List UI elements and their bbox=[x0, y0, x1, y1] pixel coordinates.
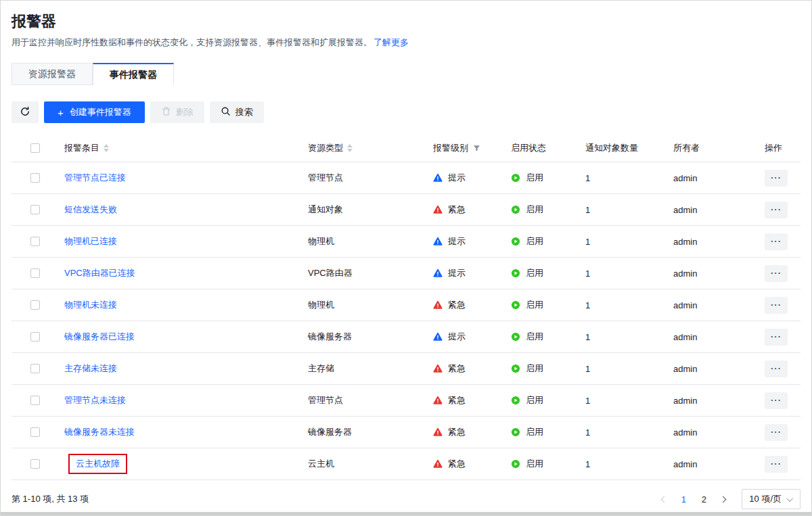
page-header: 报警器 用于监控并响应时序性数据和事件的状态变化，支持资源报警器、事件报警器和扩… bbox=[1, 1, 811, 85]
row-actions-button[interactable]: ··· bbox=[765, 170, 788, 187]
enable-status: 启用 bbox=[526, 362, 543, 375]
enable-status: 启用 bbox=[526, 299, 543, 311]
select-all-checkbox[interactable] bbox=[30, 143, 40, 153]
refresh-icon bbox=[20, 106, 30, 119]
search-button[interactable]: 搜索 bbox=[210, 101, 264, 123]
owner: admin bbox=[673, 237, 697, 247]
row-checkbox[interactable] bbox=[30, 268, 40, 278]
row-actions-button[interactable]: ··· bbox=[765, 297, 788, 314]
row-checkbox[interactable] bbox=[30, 364, 40, 373]
notify-target-count: 1 bbox=[585, 237, 590, 247]
table-row: 主存储未连接主存储紧急启用1admin··· bbox=[12, 353, 800, 385]
row-actions-button[interactable]: ··· bbox=[765, 265, 788, 282]
sort-icon[interactable] bbox=[104, 144, 109, 152]
search-icon bbox=[221, 106, 231, 118]
horizontal-scrollbar[interactable] bbox=[1, 512, 811, 515]
notify-target-count: 1 bbox=[585, 459, 590, 469]
row-checkbox[interactable] bbox=[30, 205, 40, 214]
create-event-alarm-button[interactable]: + 创建事件报警器 bbox=[44, 101, 145, 123]
learn-more-link[interactable]: 了解更多 bbox=[374, 37, 409, 47]
ellipsis-icon: ··· bbox=[771, 204, 782, 214]
alert-triangle-icon bbox=[433, 396, 443, 405]
alarm-entry-link[interactable]: 云主机故障 bbox=[76, 459, 120, 469]
search-label: 搜索 bbox=[235, 106, 253, 118]
column-label: 启用状态 bbox=[511, 142, 546, 154]
next-page-button[interactable] bbox=[716, 491, 732, 507]
ellipsis-icon: ··· bbox=[771, 395, 782, 405]
alarm-entry-link[interactable]: 主存储未连接 bbox=[64, 362, 117, 375]
delete-button[interactable]: 删除 bbox=[150, 101, 204, 123]
prev-page-button[interactable] bbox=[655, 491, 671, 507]
enable-status: 启用 bbox=[526, 426, 543, 438]
row-checkbox[interactable] bbox=[30, 459, 40, 469]
page-description-text: 用于监控并响应时序性数据和事件的状态变化，支持资源报警器、事件报警器和扩展报警器… bbox=[12, 37, 372, 47]
enabled-status-icon bbox=[511, 364, 520, 373]
refresh-button[interactable] bbox=[12, 101, 39, 123]
alert-triangle-icon bbox=[433, 427, 443, 437]
tab-resource-alarms[interactable]: 资源报警器 bbox=[12, 63, 93, 85]
row-actions-button[interactable]: ··· bbox=[765, 392, 788, 409]
row-checkbox[interactable] bbox=[30, 396, 40, 405]
alarm-entry-link[interactable]: VPC路由器已连接 bbox=[64, 267, 135, 279]
column-label: 所有者 bbox=[673, 142, 700, 154]
notify-target-count: 1 bbox=[585, 427, 590, 438]
alarm-entry-link[interactable]: 镜像服务器已连接 bbox=[64, 331, 135, 343]
enable-status: 启用 bbox=[526, 172, 543, 184]
resource-type: VPC路由器 bbox=[308, 267, 353, 279]
enabled-status-icon bbox=[511, 268, 520, 278]
filter-icon[interactable] bbox=[473, 145, 480, 152]
column-label: 报警级别 bbox=[433, 142, 468, 154]
alert-triangle-icon bbox=[433, 237, 443, 246]
alarm-entry-link[interactable]: 管理节点未连接 bbox=[64, 394, 126, 406]
alarm-entry-link[interactable]: 短信发送失败 bbox=[64, 204, 117, 216]
resource-type: 镜像服务器 bbox=[308, 331, 352, 343]
sort-icon[interactable] bbox=[347, 144, 353, 152]
row-checkbox[interactable] bbox=[30, 300, 40, 310]
row-actions-button[interactable]: ··· bbox=[765, 202, 788, 218]
row-actions-button[interactable]: ··· bbox=[765, 329, 788, 346]
row-checkbox[interactable] bbox=[30, 427, 40, 437]
owner: admin bbox=[673, 300, 697, 310]
chevron-down-icon bbox=[786, 495, 793, 502]
notify-target-count: 1 bbox=[585, 173, 590, 183]
page-size-value: 10 项/页 bbox=[749, 493, 782, 505]
page-description: 用于监控并响应时序性数据和事件的状态变化，支持资源报警器、事件报警器和扩展报警器… bbox=[12, 37, 800, 49]
alarm-entry-link[interactable]: 物理机未连接 bbox=[64, 299, 117, 311]
page-size-select[interactable]: 10 项/页 bbox=[742, 489, 800, 509]
enable-status: 启用 bbox=[526, 204, 543, 216]
alarm-entry-link[interactable]: 物理机已连接 bbox=[64, 235, 117, 248]
ellipsis-icon: ··· bbox=[771, 331, 782, 342]
alarm-page: 报警器 用于监控并响应时序性数据和事件的状态变化，支持资源报警器、事件报警器和扩… bbox=[0, 0, 812, 516]
tab-event-alarms[interactable]: 事件报警器 bbox=[93, 63, 174, 85]
alarm-level: 紧急 bbox=[448, 426, 466, 438]
page-number-1[interactable]: 1 bbox=[675, 491, 692, 507]
alarm-level: 紧急 bbox=[448, 204, 466, 216]
owner: admin bbox=[673, 364, 697, 374]
table-row: 管理节点已连接管理节点提示启用1admin··· bbox=[12, 162, 800, 194]
enable-status: 启用 bbox=[526, 331, 543, 343]
ellipsis-icon: ··· bbox=[771, 236, 782, 246]
row-checkbox[interactable] bbox=[30, 237, 40, 246]
row-actions-button[interactable]: ··· bbox=[765, 456, 788, 473]
resource-type: 通知对象 bbox=[308, 204, 343, 216]
pagination-summary: 第 1-10 项, 共 13 项 bbox=[12, 493, 89, 505]
page-number-2[interactable]: 2 bbox=[696, 491, 712, 507]
row-checkbox[interactable] bbox=[30, 173, 40, 183]
owner: admin bbox=[673, 332, 697, 342]
row-checkbox[interactable] bbox=[30, 332, 40, 342]
column-label: 资源类型 bbox=[308, 142, 343, 154]
resource-type: 管理节点 bbox=[308, 394, 343, 406]
ellipsis-icon: ··· bbox=[771, 300, 782, 310]
table-row: 物理机未连接物理机紧急启用1admin··· bbox=[12, 289, 800, 321]
row-actions-button[interactable]: ··· bbox=[765, 360, 788, 377]
resource-type: 云主机 bbox=[308, 458, 334, 470]
resource-type: 物理机 bbox=[308, 235, 334, 248]
alarm-level: 紧急 bbox=[448, 299, 466, 311]
alarm-entry-link[interactable]: 管理节点已连接 bbox=[64, 172, 126, 184]
alarm-level: 提示 bbox=[448, 235, 466, 248]
alarm-entry-link[interactable]: 镜像服务器未连接 bbox=[64, 426, 135, 438]
row-actions-button[interactable]: ··· bbox=[765, 424, 788, 441]
row-actions-button[interactable]: ··· bbox=[765, 233, 788, 250]
table-row: 镜像服务器已连接镜像服务器提示启用1admin··· bbox=[12, 321, 800, 353]
resource-type: 主存储 bbox=[308, 362, 334, 375]
